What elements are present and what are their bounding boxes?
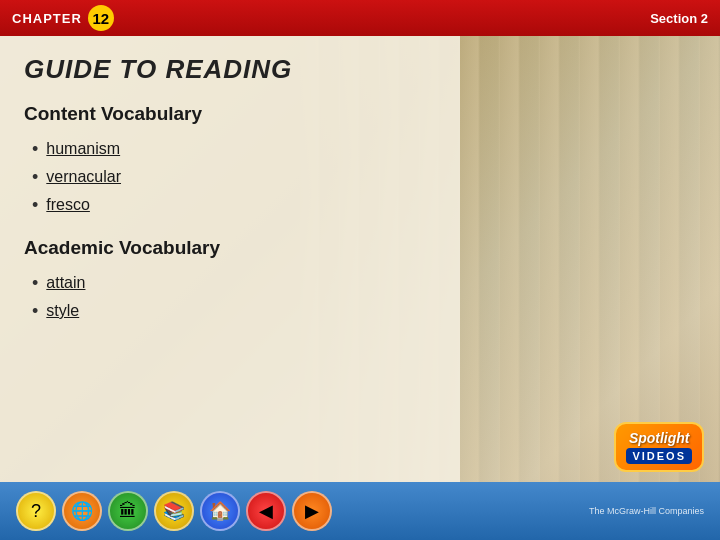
back-arrow-icon: ◀ xyxy=(259,500,273,522)
globe-button[interactable]: 🌐 xyxy=(62,491,102,531)
forward-button[interactable]: ▶ xyxy=(292,491,332,531)
list-item: • humanism xyxy=(32,135,436,163)
spotlight-label: Spotlight xyxy=(626,430,692,446)
list-item: • attain xyxy=(32,269,436,297)
help-button[interactable]: ? xyxy=(16,491,56,531)
chapter-label: CHAPTER xyxy=(12,11,82,26)
guide-title: GUIDE TO READING xyxy=(24,54,436,85)
vocab-term-fresco[interactable]: fresco xyxy=(46,196,90,214)
globe-icon: 🌐 xyxy=(71,500,93,522)
bullet-icon: • xyxy=(32,196,38,214)
list-item: • style xyxy=(32,297,436,325)
content-vocab-heading: Content Vocabulary xyxy=(24,103,436,125)
book-icon: 📚 xyxy=(163,500,185,522)
world-icon: 🏛 xyxy=(119,501,137,522)
right-decorative-area xyxy=(460,36,720,482)
vocab-term-vernacular[interactable]: vernacular xyxy=(46,168,121,186)
world-button[interactable]: 🏛 xyxy=(108,491,148,531)
section-label: Section 2 xyxy=(650,11,708,26)
videos-label: VIDEOS xyxy=(626,448,692,464)
home-icon: 🏠 xyxy=(209,500,231,522)
back-button[interactable]: ◀ xyxy=(246,491,286,531)
list-item: • fresco xyxy=(32,191,436,219)
content-vocab-list: • humanism • vernacular • fresco xyxy=(24,135,436,219)
bullet-icon: • xyxy=(32,140,38,158)
bullet-icon: • xyxy=(32,302,38,320)
vocab-term-style[interactable]: style xyxy=(46,302,79,320)
list-item: • vernacular xyxy=(32,163,436,191)
mcgraw-label: The McGraw-Hill Companies xyxy=(589,506,704,516)
bullet-icon: • xyxy=(32,274,38,292)
chapter-badge: CHAPTER 12 xyxy=(12,5,114,31)
academic-vocab-heading: Academic Vocabulary xyxy=(24,237,436,259)
bottom-nav-bar: ? 🌐 🏛 📚 🏠 ◀ ▶ The McGraw-Hill Companies xyxy=(0,482,720,540)
academic-vocab-list: • attain • style xyxy=(24,269,436,325)
vocab-term-humanism[interactable]: humanism xyxy=(46,140,120,158)
home-button[interactable]: 🏠 xyxy=(200,491,240,531)
forward-arrow-icon: ▶ xyxy=(305,500,319,522)
top-banner: CHAPTER 12 Section 2 xyxy=(0,0,720,36)
resources-button[interactable]: 📚 xyxy=(154,491,194,531)
spotlight-videos-button[interactable]: Spotlight VIDEOS xyxy=(614,422,704,472)
chapter-number: 12 xyxy=(88,5,114,31)
vocab-term-attain[interactable]: attain xyxy=(46,274,85,292)
content-area: GUIDE TO READING Content Vocabulary • hu… xyxy=(0,36,460,482)
question-icon: ? xyxy=(31,501,41,522)
nav-icons-group: ? 🌐 🏛 📚 🏠 ◀ ▶ xyxy=(16,491,332,531)
bullet-icon: • xyxy=(32,168,38,186)
